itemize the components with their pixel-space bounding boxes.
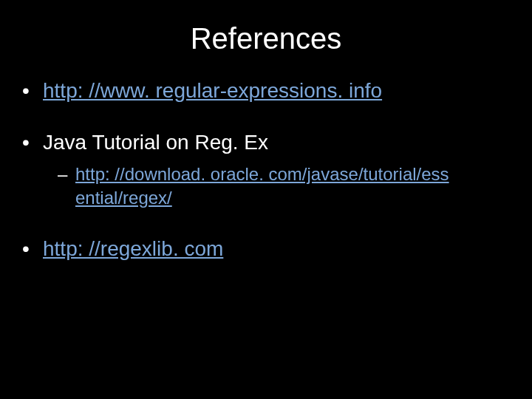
reference-link-2[interactable]: http: //download. oracle. com/javase/tut… <box>75 164 449 208</box>
sub-list: – http: //download. oracle. com/javase/t… <box>58 163 510 211</box>
reference-link-1[interactable]: http: //www. regular-expressions. info <box>43 78 382 104</box>
bullet-list: • http: //www. regular-expressions. info… <box>22 78 510 262</box>
bullet-marker: • <box>22 236 43 262</box>
reference-link-3[interactable]: http: //regexlib. com <box>43 236 223 262</box>
bullet-marker: • <box>22 78 43 104</box>
bullet-item-2: • Java Tutorial on Reg. Ex – http: //dow… <box>22 129 510 210</box>
bullet-marker: • <box>22 129 43 156</box>
bullet-text-2: Java Tutorial on Reg. Ex <box>43 129 268 156</box>
slide-title: References <box>22 22 510 55</box>
bullet-item-3: • http: //regexlib. com <box>22 236 510 262</box>
slide: References • http: //www. regular-expres… <box>0 0 532 399</box>
sub-marker: – <box>58 163 75 186</box>
bullet-item-1: • http: //www. regular-expressions. info <box>22 78 510 104</box>
